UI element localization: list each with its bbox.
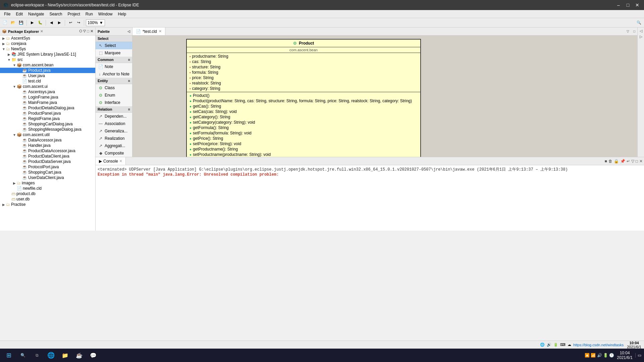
- title-bar-controls[interactable]: – □ ✕: [615, 2, 641, 8]
- taskbar-start-button[interactable]: ⊞: [3, 349, 15, 361]
- palette-item-dependency[interactable]: ↗ Dependen...: [96, 113, 132, 120]
- taskbar-search[interactable]: 🔍: [17, 349, 29, 361]
- tree-item[interactable]: ☕User.java: [0, 73, 95, 78]
- palette-item-interface[interactable]: ⊙ Interface: [96, 99, 132, 106]
- taskbar-taskview[interactable]: ⧉: [31, 349, 43, 361]
- console-maximize[interactable]: □: [636, 159, 638, 164]
- palette-item-note[interactable]: 📄 Note: [96, 63, 132, 70]
- minimize-button[interactable]: –: [615, 2, 622, 8]
- toolbar-debug[interactable]: 🐛: [37, 19, 44, 26]
- tree-item[interactable]: ☕MainFrame.java: [0, 100, 95, 105]
- tree-item[interactable]: 📄test.cld: [0, 78, 95, 84]
- palette-item-aggregation[interactable]: ↗ Aggregati...: [96, 142, 132, 149]
- tree-item[interactable]: 🗃product.db: [0, 191, 95, 196]
- tree-item[interactable]: ▼📦com.ascent.bean: [0, 62, 95, 68]
- tree-toggle[interactable]: ▼: [12, 133, 17, 137]
- tree-item[interactable]: ☕LoginFrame.java: [0, 95, 95, 100]
- menu-help[interactable]: Help: [115, 11, 129, 17]
- panel-maximize[interactable]: □: [87, 29, 89, 34]
- tree-item[interactable]: ☕Handler.java: [0, 143, 95, 148]
- uml-class-box[interactable]: ⊙ Product com.ascent.bean ▪ productname:…: [186, 39, 421, 157]
- taskbar-show-desktop[interactable]: ▭: [635, 353, 641, 358]
- console-pin-icon[interactable]: 📌: [620, 159, 625, 164]
- palette-collapse[interactable]: ◁: [127, 29, 130, 33]
- tree-item[interactable]: ▶🗂images: [0, 180, 95, 186]
- console-tab[interactable]: ▶ Console ✕: [96, 157, 126, 165]
- console-word-wrap-icon[interactable]: ↵: [627, 159, 630, 164]
- tree-toggle[interactable]: ▶: [1, 42, 6, 46]
- toolbar-new[interactable]: 📄: [1, 19, 9, 26]
- zoom-box[interactable]: 100% ▼: [86, 19, 105, 26]
- toolbar-forward[interactable]: ▶: [56, 19, 63, 26]
- tree-item[interactable]: ☕ProductPanel.java: [0, 111, 95, 116]
- tree-toggle[interactable]: ▼: [12, 85, 17, 88]
- tree-item[interactable]: ☕RegistFrame.java: [0, 116, 95, 121]
- tree-item[interactable]: 🗃user.db: [0, 196, 95, 202]
- editor-minimize[interactable]: ▽: [625, 29, 631, 34]
- tree-item[interactable]: ☕ShoppingCartDialog.java: [0, 121, 95, 127]
- tree-item[interactable]: 📄newfile.cld: [0, 186, 95, 191]
- taskbar-wechat[interactable]: 💬: [87, 349, 99, 361]
- tree-item[interactable]: ▼📁src: [0, 57, 95, 62]
- panel-collapse-min[interactable]: ⬡: [79, 29, 82, 34]
- tree-item[interactable]: ☕ProductDetailsDialog.java: [0, 105, 95, 111]
- palette-item-anchor[interactable]: ↓ Anchor to Note: [96, 70, 132, 78]
- palette-item-generalization[interactable]: ↗ Generaliza...: [96, 127, 132, 135]
- tree-item[interactable]: ☕Product.java: [0, 68, 95, 73]
- editor-canvas[interactable]: ⊙ Product com.ascent.bean ▪ productname:…: [132, 36, 637, 157]
- toolbar-open[interactable]: 📂: [9, 19, 17, 26]
- tree-item[interactable]: ☕DataAccessor.java: [0, 137, 95, 143]
- menu-search[interactable]: Search: [47, 11, 65, 17]
- tree-toggle[interactable]: ▼: [1, 47, 6, 51]
- panel-collapse-arr[interactable]: ▽: [83, 29, 86, 34]
- taskbar-java[interactable]: ☕: [73, 349, 85, 361]
- tree-item[interactable]: ☕ProtocolPort.java: [0, 164, 95, 170]
- palette-item-class[interactable]: ⊙ Class: [96, 84, 132, 92]
- tree-toggle[interactable]: ▼: [7, 58, 11, 62]
- palette-select-section[interactable]: Select: [96, 36, 132, 42]
- palette-relation-section[interactable]: Relation ≡: [96, 106, 132, 113]
- menu-run[interactable]: Run: [83, 11, 96, 17]
- side-arrow-down[interactable]: ▷: [640, 35, 642, 39]
- tree-item[interactable]: ☕ProductDataClient.java: [0, 154, 95, 159]
- palette-item-association[interactable]: — Association: [96, 120, 132, 127]
- toolbar-save[interactable]: 💾: [17, 19, 25, 26]
- editor-tab-close[interactable]: ✕: [159, 29, 162, 34]
- maximize-button[interactable]: □: [625, 2, 631, 8]
- menu-file[interactable]: File: [1, 11, 13, 17]
- toolbar-back[interactable]: ◀: [48, 19, 55, 26]
- tree-item[interactable]: ☕UserDataClient.java: [0, 175, 95, 180]
- toolbar-run[interactable]: ▶: [29, 19, 36, 26]
- taskbar-explorer[interactable]: 📁: [59, 349, 71, 361]
- console-minimize[interactable]: ▽: [631, 159, 634, 164]
- tree-item[interactable]: ▶📚JRE System Library [JavaSE-11]: [0, 52, 95, 57]
- tree-item[interactable]: ☕ShoppingCart.java: [0, 170, 95, 175]
- tree-item[interactable]: ▶🗂corejava: [0, 41, 95, 46]
- toolbar-redo[interactable]: ↪: [75, 19, 82, 26]
- menu-navigate[interactable]: Navigate: [25, 11, 47, 17]
- tree-item[interactable]: ☕ProductDataAccessor.java: [0, 148, 95, 154]
- side-arrow-up[interactable]: ◁: [640, 29, 642, 33]
- console-scroll-lock-icon[interactable]: 🔒: [614, 159, 619, 164]
- toolbar-undo[interactable]: ↩: [67, 19, 74, 26]
- tree-item[interactable]: ▼📦com.ascent.util: [0, 132, 95, 137]
- tree-item[interactable]: ☕ProductDataServer.java: [0, 159, 95, 164]
- palette-entity-section[interactable]: Entity ≡: [96, 78, 132, 84]
- tree-item[interactable]: ▼📦com.ascent.ui: [0, 84, 95, 89]
- tree-toggle[interactable]: ▼: [12, 63, 17, 67]
- zoom-dropdown-icon[interactable]: ▼: [99, 20, 103, 25]
- menu-project[interactable]: Project: [65, 11, 83, 17]
- console-terminate-icon[interactable]: ■: [605, 159, 607, 164]
- tree-item[interactable]: ▶🗂Practise: [0, 202, 95, 207]
- close-button[interactable]: ✕: [634, 2, 641, 8]
- console-close[interactable]: ✕: [639, 159, 643, 164]
- tree-toggle[interactable]: ▶: [1, 203, 6, 206]
- tree-toggle[interactable]: ▶: [1, 37, 6, 40]
- menu-edit[interactable]: Edit: [13, 11, 25, 17]
- menu-window[interactable]: Window: [96, 11, 115, 17]
- tree-item[interactable]: ☕ShoppingMessageDialog.java: [0, 127, 95, 132]
- palette-item-marquee[interactable]: ⬚ Marquee: [96, 49, 132, 57]
- tree-item[interactable]: ▼🗂NewSys: [0, 46, 95, 52]
- taskbar-edge[interactable]: 🌐: [45, 349, 57, 361]
- palette-item-realization[interactable]: ↗ Realization: [96, 135, 132, 142]
